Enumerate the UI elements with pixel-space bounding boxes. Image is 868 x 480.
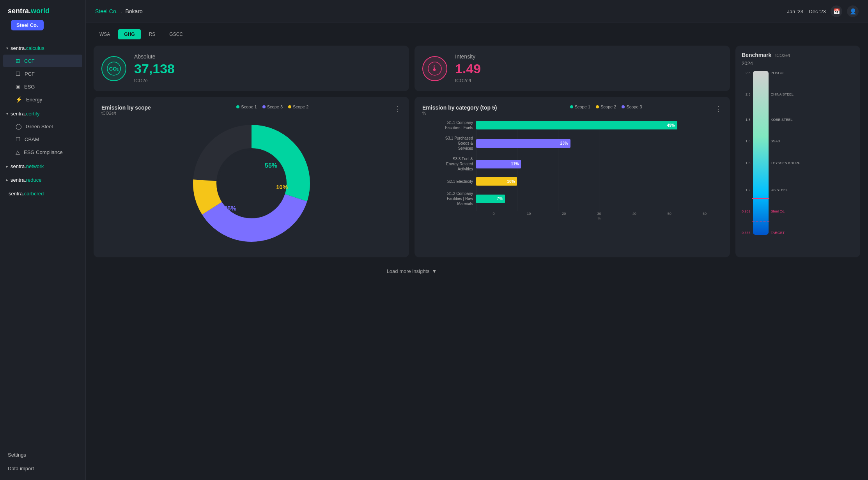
tab-ghg[interactable]: GHG — [118, 29, 140, 39]
topbar-company[interactable]: Steel Co. — [95, 8, 118, 14]
bar-label-s12: S1.2 CompanyFacilities | RawMaterials — [422, 191, 473, 206]
section-certify-header[interactable]: ▾ sentra.certify — [0, 108, 85, 120]
topbar-date: Jan '23 – Dec '23 — [787, 9, 826, 14]
steel-co-badge[interactable]: Steel Co. — [11, 20, 44, 30]
benchmark-year: 2024 — [742, 60, 854, 66]
benchmark-value-steelco: 0.952 — [742, 209, 751, 213]
absolute-info: Absolute 37,138 tCO2e — [134, 53, 175, 83]
category-chart-header: Emission by category (top 5) % Scope 1 S… — [422, 105, 722, 115]
benchmark-value-china: 2.3 — [742, 92, 751, 96]
calendar-icon[interactable]: 📅 — [831, 5, 842, 17]
bar-track-s31: 23% — [476, 139, 722, 148]
sidebar-item-ccf[interactable]: ⊞ CCF — [3, 55, 82, 67]
intensity-info: Intensity 1.49 tCO2e/t — [455, 53, 481, 83]
bar-row-s21: S2.1 Electricity 10% — [422, 177, 722, 186]
bar-row-s11: S1.1 CompanyFacilities | Fuels 49% — [422, 120, 722, 130]
sidebar-item-energy[interactable]: ⚡ Energy — [3, 93, 82, 106]
category-chart-title: Emission by category (top 5) — [422, 105, 497, 111]
intensity-label: Intensity — [455, 53, 481, 60]
bar-fill-s31: 23% — [476, 139, 570, 148]
tab-gscc[interactable]: GSCC — [163, 29, 189, 39]
sidebar: sentra.world Steel Co. ▾ sentra.calculus… — [0, 0, 86, 480]
intensity-value: 1.49 — [455, 61, 481, 76]
section-reduce-header[interactable]: ▸ sentra.reduce — [0, 174, 85, 186]
topbar-right: Jan '23 – Dec '23 📅 👤 — [787, 5, 859, 17]
folder-icon: ☐ — [16, 136, 21, 142]
tab-rs[interactable]: RS — [143, 29, 161, 39]
bar-fill-s33: 11% — [476, 160, 521, 168]
benchmark-name-ussteel: US STEEL — [771, 182, 801, 192]
svg-text:10%: 10% — [276, 184, 287, 190]
settings-item[interactable]: Settings — [6, 448, 79, 462]
benchmark-unit: tCO2e/t — [775, 53, 790, 58]
cat-legend-scope3: Scope 3 — [622, 105, 642, 109]
data-import-item[interactable]: Data import — [6, 462, 79, 475]
load-more-button[interactable]: Load more insights ▼ — [94, 263, 730, 276]
cat-legend-scope2: Scope 2 — [596, 105, 616, 109]
tab-bar: WSA GHG RS GSCC — [94, 29, 860, 39]
sidebar-item-pcf[interactable]: ☐ PCF — [3, 67, 82, 80]
section-calculus: ▾ sentra.calculus ⊞ CCF ☐ PCF ◉ ESG ⚡ En… — [0, 42, 85, 106]
bar-track-s12: 7% — [476, 195, 722, 203]
bar-row-s12: S1.2 CompanyFacilities | RawMaterials 7% — [422, 191, 722, 206]
intensity-icon: 🌡 — [422, 56, 447, 81]
benchmark-name-steelco: Steel Co. — [771, 209, 801, 213]
absolute-label: Absolute — [134, 53, 175, 60]
sidebar-item-esg-compliance[interactable]: △ ESG Compliance — [3, 146, 82, 158]
intensity-card: 🌡 Intensity 1.49 tCO2e/t — [415, 46, 730, 91]
file-icon: ☐ — [16, 71, 21, 77]
category-menu-icon[interactable]: ⋮ — [715, 105, 722, 113]
bar-label-s33: S3.3 Fuel &Energy RelatedActivities — [422, 156, 473, 172]
absolute-value: 37,138 — [134, 61, 175, 76]
section-certify: ▾ sentra.certify ◯ Green Steel ☐ CBAM △ … — [0, 108, 85, 159]
sidebar-item-cbam[interactable]: ☐ CBAM — [3, 133, 82, 145]
chevron-down-icon: ▾ — [6, 112, 8, 116]
benchmark-value-posco: 2.5 — [742, 71, 751, 75]
main-content: Steel Co. . Bokaro Jan '23 – Dec '23 📅 👤… — [86, 0, 868, 480]
bar-track-s11: 49% — [476, 121, 722, 129]
absolute-card: CO₂ Absolute 37,138 tCO2e — [94, 46, 409, 91]
bar-fill-s11: 49% — [476, 121, 677, 129]
section-calculus-header[interactable]: ▾ sentra.calculus — [0, 42, 85, 54]
section-network-header[interactable]: ▸ sentra.network — [0, 160, 85, 172]
scope-chart-header: Emission by scope tCO2e/t Scope 1 Scope … — [101, 105, 401, 115]
bar-track-s21: 10% — [476, 177, 722, 186]
svg-text:55%: 55% — [264, 162, 277, 169]
tab-wsa[interactable]: WSA — [94, 29, 116, 39]
chevron-right-icon: ▸ — [6, 164, 8, 168]
benchmark-name-target: TARGET — [771, 231, 801, 235]
section-carbcred: sentra.carbcred — [0, 188, 85, 200]
user-icon[interactable]: 👤 — [847, 5, 859, 17]
load-more-container: Load more insights ▼ — [94, 263, 730, 276]
content-area: WSA GHG RS GSCC CO₂ Absolute 37,138 — [86, 23, 868, 480]
section-carbcred-header[interactable]: sentra.carbcred — [0, 188, 85, 200]
svg-text:36%: 36% — [223, 205, 236, 212]
chevron-down-icon: ▾ — [6, 46, 8, 50]
topbar-location: Bokaro — [125, 8, 142, 14]
bar-track-s33: 11% — [476, 160, 722, 168]
legend-scope1: Scope 1 — [236, 105, 257, 109]
chevron-down-icon: ▼ — [432, 268, 437, 274]
compliance-icon: △ — [16, 149, 20, 155]
grid-icon: ⊞ — [16, 58, 20, 64]
logo-text: sentra.world — [8, 7, 50, 15]
benchmark-value-target: 0.666 — [742, 231, 751, 235]
bar-row-s31: S3.1 PurchasedGoods &Services 23% — [422, 136, 722, 151]
legend-scope3: Scope 3 — [262, 105, 283, 109]
leaf-icon: ◯ — [16, 123, 22, 129]
sidebar-item-green-steel[interactable]: ◯ Green Steel — [3, 120, 82, 133]
sidebar-bottom: Settings Data import — [0, 443, 85, 480]
logo: sentra.world — [0, 0, 85, 20]
bar-label-s31: S3.1 PurchasedGoods &Services — [422, 136, 473, 151]
benchmark-value-ssab: 1.6 — [742, 139, 751, 143]
emission-by-scope-card: Emission by scope tCO2e/t Scope 1 Scope … — [94, 97, 409, 257]
chevron-right-icon: ▸ — [6, 178, 8, 182]
benchmark-value-kobe: 1.8 — [742, 114, 751, 122]
category-legend: Scope 1 Scope 2 Scope 3 — [570, 105, 642, 109]
topbar-breadcrumb: Steel Co. . Bokaro — [95, 8, 143, 14]
scope-menu-icon[interactable]: ⋮ — [394, 105, 401, 113]
section-reduce: ▸ sentra.reduce — [0, 174, 85, 186]
absolute-icon: CO₂ — [101, 56, 126, 81]
sidebar-item-esg[interactable]: ◉ ESG — [3, 80, 82, 93]
bar-fill-s21: 10% — [476, 177, 517, 186]
